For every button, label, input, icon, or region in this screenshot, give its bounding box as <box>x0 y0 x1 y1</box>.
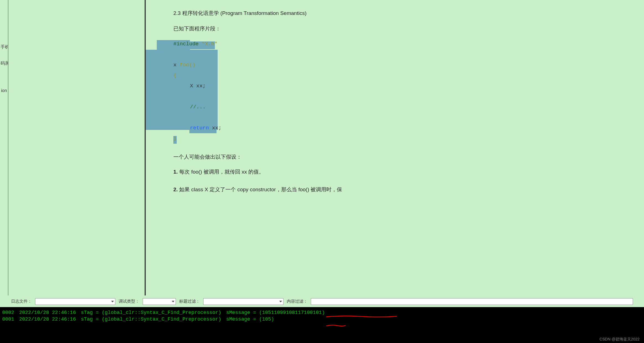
sidebar-item-0[interactable]: 手机 <box>0 39 8 55</box>
intro-paragraph: 已知下面程序片段： <box>173 24 633 34</box>
log-tag: sTag = (global_clr::Syntax_C_Find_Prepro… <box>81 316 226 323</box>
assumption-1-text: 每次 foo() 被调用，就传回 xx 的值。 <box>178 169 264 175</box>
title-filter-label: 标题过滤： <box>179 299 200 304</box>
log-msg: sMessage = (10511099108117100101) <box>226 309 330 316</box>
filter-bar: 日志文件： 调试类型： 标题过滤： 内容过滤： <box>0 295 644 307</box>
code-line-fn-decl: x foo() <box>173 60 633 70</box>
content-filter-input[interactable] <box>311 298 633 305</box>
log-file-combo[interactable] <box>35 298 115 305</box>
include-token: #include <box>173 41 199 47</box>
return-expr: xx; <box>212 125 221 131</box>
log-file-label: 日志文件： <box>11 299 32 304</box>
sidebar-item-3[interactable]: ion <box>0 82 8 99</box>
code-line-open-brace: { <box>173 70 633 81</box>
code-line-blank1 <box>173 49 633 60</box>
fn-name: foo() <box>180 62 195 68</box>
main-area: 手机 码屏 ion 2.3 程序转化语意学 (Program Transform… <box>0 0 644 295</box>
chevron-down-icon <box>279 301 282 302</box>
document-body: 2.3 程序转化语意学 (Program Transformation Sema… <box>173 8 633 195</box>
code-line-close-brace: } <box>173 133 633 144</box>
assumption-1: 1. 每次 foo() 被调用，就传回 xx 的值。 <box>173 167 633 177</box>
log-tag: sTag = (global_clr::Syntax_C_Find_Prepro… <box>81 309 226 316</box>
log-row-0[interactable]: 0002 2022/10/28 22:46:16 sTag = (global_… <box>2 309 330 316</box>
debug-type-label: 调试类型： <box>119 299 139 304</box>
fn-ret-type: x <box>173 62 180 68</box>
watermark: CSDN @碧海蓝天2022 <box>599 337 640 342</box>
content-panel: 2.3 程序转化语意学 (Program Transformation Sema… <box>145 0 644 295</box>
sidebar-item-2[interactable] <box>0 71 8 82</box>
log-idx: 0002 <box>2 309 19 316</box>
content-filter-label: 内容过滤： <box>287 299 307 304</box>
return-kw: return <box>190 125 212 131</box>
code-line-return: return xx; <box>173 123 633 133</box>
code-line-comment: //... <box>173 102 633 112</box>
log-msg: sMessage = (105) <box>226 316 330 323</box>
debug-type-combo[interactable] <box>143 298 176 305</box>
chevron-down-icon <box>172 301 174 302</box>
var-decl: X xx; <box>190 83 206 89</box>
sidebar-item-1[interactable]: 码屏 <box>0 55 8 71</box>
assumption-2: 2. 如果 class X 定义了一个 copy constructor，那么当… <box>173 185 633 195</box>
section-title: 2.3 程序转化语意学 (Program Transformation Sema… <box>173 8 633 18</box>
log-table: 0002 2022/10/28 22:46:16 sTag = (global_… <box>2 309 330 323</box>
annotation-underline-1 <box>326 314 397 316</box>
assumption-2-text: 如果 class X 定义了一个 copy constructor，那么当 fo… <box>178 187 342 192</box>
code-block[interactable]: #include "X.h" x foo() { X xx; //... ret… <box>173 39 633 144</box>
middle-panel <box>8 0 145 295</box>
assumption-1-num: 1. <box>173 169 178 175</box>
log-row-1[interactable]: 0001 2022/10/28 22:46:16 sTag = (global_… <box>2 316 330 323</box>
brace-close: } <box>173 135 176 142</box>
code-line-include: #include "X.h" <box>173 39 633 49</box>
log-ts: 2022/10/28 22:46:16 <box>19 316 81 323</box>
code-line-decl: X xx; <box>173 81 633 91</box>
assumption-title: 一个人可能会做出以下假设： <box>173 152 633 162</box>
brace-open: { <box>173 72 176 78</box>
annotation-underline-2 <box>326 323 346 325</box>
code-line-blank3 <box>173 112 633 123</box>
code-line-blank2 <box>173 91 633 102</box>
title-filter-combo[interactable] <box>203 298 283 305</box>
assumption-section: 一个人可能会做出以下假设： 1. 每次 foo() 被调用，就传回 xx 的值。… <box>173 152 633 195</box>
log-ts: 2022/10/28 22:46:16 <box>19 309 81 316</box>
log-idx: 0001 <box>2 316 19 323</box>
include-target: "X.h" <box>199 41 217 47</box>
assumption-2-num: 2. <box>173 187 178 192</box>
comment-token: //... <box>190 104 206 110</box>
left-sidebar: 手机 码屏 ion <box>0 0 8 295</box>
log-console[interactable]: 0002 2022/10/28 22:46:16 sTag = (global_… <box>0 307 644 343</box>
chevron-down-icon <box>111 301 114 302</box>
